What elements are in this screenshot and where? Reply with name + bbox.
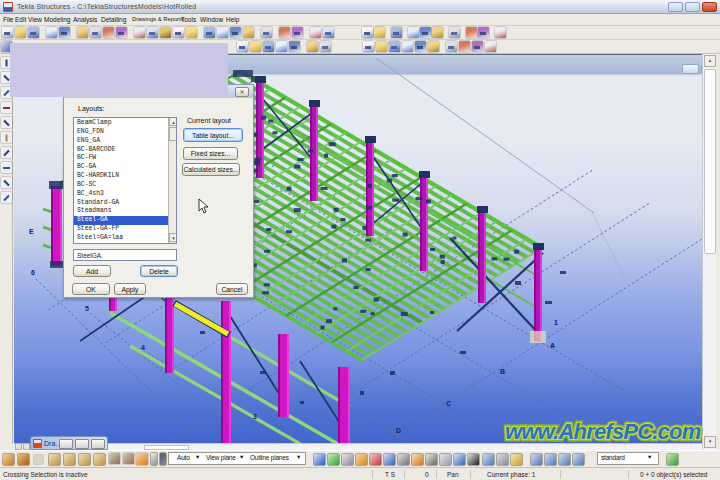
svg-text:www.AhrefsPC.com: www.AhrefsPC.com [505,419,701,444]
svg-text:5: 5 [85,305,89,312]
svg-text:4: 4 [141,344,145,351]
svg-text:C: C [446,400,451,407]
svg-text:6: 6 [31,269,35,276]
svg-text:3: 3 [253,413,257,420]
svg-text:1: 1 [554,319,558,326]
svg-text:E: E [29,228,34,235]
svg-text:B: B [500,368,505,375]
svg-text:A: A [550,342,555,349]
svg-text:D: D [396,427,401,434]
